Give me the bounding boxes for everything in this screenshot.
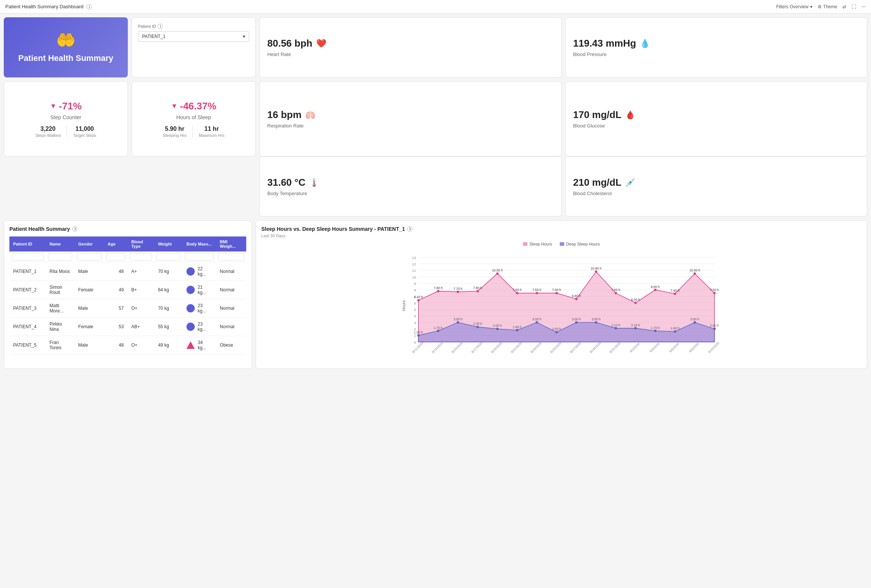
svg-text:7.80 h: 7.80 h bbox=[473, 286, 482, 290]
blood-pressure-value: 119.43 mmHg 💧 bbox=[573, 38, 860, 49]
svg-text:5: 5 bbox=[414, 308, 416, 312]
blood-pressure-card: 119.43 mmHg 💧 Blood Pressure bbox=[565, 17, 868, 77]
third-row: 31.60 °C 🌡️ Body Temperature 210 mg/dL 💉… bbox=[4, 156, 867, 217]
svg-text:13: 13 bbox=[412, 256, 416, 260]
filter-patient-id[interactable] bbox=[12, 253, 44, 261]
svg-text:6.40 h: 6.40 h bbox=[414, 295, 423, 299]
respiration-value: 16 bpm 🫁 bbox=[267, 109, 554, 121]
svg-point-57 bbox=[694, 272, 696, 274]
lungs-icon: 🫁 bbox=[305, 110, 315, 120]
cell-name: Fran Tonini bbox=[46, 336, 74, 355]
theme-button[interactable]: ⚙ Theme bbox=[818, 4, 837, 9]
cell-gender: Female bbox=[74, 318, 104, 336]
share-icon: ⇄ bbox=[842, 4, 846, 9]
sleep-details: 5.90 hr Sleeping Hrs 11 hr Maximum Hrs bbox=[139, 126, 248, 138]
svg-point-37 bbox=[496, 272, 498, 274]
temperature-value: 31.60 °C 🌡️ bbox=[267, 177, 554, 188]
blood-pressure-label: Blood Pressure bbox=[573, 52, 860, 57]
heart-rate-card: 80.56 bph ❤️ Heart Rate bbox=[259, 17, 562, 77]
svg-text:8/19/2020: 8/19/2020 bbox=[490, 341, 503, 354]
chart-title: Sleep Hours vs. Deep Sleep Hours Summary… bbox=[261, 226, 862, 232]
dashboard-title: Patient Health Summary Dashboard bbox=[5, 4, 83, 9]
step-counter-card: ▼ -71% Step Counter 3,220 Steps Walked 1… bbox=[4, 81, 128, 156]
col-name: Name bbox=[46, 236, 74, 252]
cell-gender: Male bbox=[74, 262, 104, 281]
svg-text:8/27/2020: 8/27/2020 bbox=[569, 341, 582, 354]
svg-point-33 bbox=[457, 291, 459, 293]
svg-point-45 bbox=[575, 298, 577, 300]
legend-deep-label: Deep Sleep Hours bbox=[566, 242, 600, 246]
filter-bmi-val[interactable] bbox=[185, 253, 214, 261]
chevron-down-icon: ▾ bbox=[810, 4, 812, 9]
svg-text:1: 1 bbox=[414, 333, 416, 338]
svg-text:12: 12 bbox=[412, 262, 416, 266]
table-title: Patient Health Summary ℹ bbox=[9, 226, 246, 232]
bmi-triangle-icon bbox=[186, 341, 195, 349]
cholesterol-card: 210 mg/dL 💉 Blood Cholesterol bbox=[565, 156, 868, 217]
svg-point-77 bbox=[575, 321, 577, 323]
bmi-dot-icon bbox=[186, 323, 195, 331]
chart-container: 012345678910111213Hours6.40 h7.80 h7.70 … bbox=[261, 249, 862, 363]
cell-bmi-val: 21 kg... bbox=[183, 281, 216, 299]
table-header-row: Patient ID Name Gender Age Blood Type We… bbox=[9, 236, 246, 252]
temperature-label: Body Temperature bbox=[267, 191, 554, 196]
patientid-select[interactable]: PATIENT_1 ▾ bbox=[138, 31, 249, 42]
cell-blood: A+ bbox=[127, 262, 154, 281]
cell-gender: Male bbox=[74, 336, 104, 355]
bottom-row: Patient Health Summary ℹ Patient ID Name… bbox=[4, 220, 867, 369]
more-button[interactable]: ⋯ bbox=[861, 4, 866, 9]
svg-text:1.80 h: 1.80 h bbox=[513, 325, 522, 329]
svg-point-81 bbox=[615, 327, 617, 329]
svg-point-65 bbox=[457, 321, 459, 323]
fullscreen-button[interactable]: ⛶ bbox=[851, 4, 856, 9]
svg-point-71 bbox=[516, 329, 518, 331]
svg-text:9/4/2020: 9/4/2020 bbox=[649, 342, 660, 353]
col-bmi-type: BMI Weigh... bbox=[216, 236, 246, 252]
sleep-color-swatch bbox=[523, 242, 527, 246]
svg-text:9/2/2020: 9/2/2020 bbox=[629, 342, 641, 353]
cholesterol-icon: 💉 bbox=[625, 178, 635, 188]
svg-text:10.50 h: 10.50 h bbox=[492, 268, 503, 272]
svg-text:6.00 h: 6.00 h bbox=[631, 298, 640, 302]
filter-name[interactable] bbox=[48, 253, 72, 261]
step-change: ▼ -71% bbox=[50, 100, 82, 112]
svg-point-83 bbox=[634, 327, 636, 329]
hero-card: 🤲 Patient Health Summary bbox=[4, 17, 128, 77]
thermometer-icon: 🌡️ bbox=[309, 178, 319, 188]
svg-point-59 bbox=[713, 292, 715, 294]
filter-bmi-type[interactable] bbox=[218, 253, 244, 261]
svg-text:3.00 h: 3.00 h bbox=[453, 317, 462, 321]
table-info-icon[interactable]: ℹ bbox=[72, 226, 77, 232]
filter-gender[interactable] bbox=[77, 253, 101, 261]
svg-point-41 bbox=[536, 292, 538, 294]
svg-point-75 bbox=[555, 331, 557, 333]
filter-weight[interactable] bbox=[156, 253, 180, 261]
filter-blood[interactable] bbox=[130, 253, 152, 261]
col-bmi-val: Body Mass... bbox=[183, 236, 216, 252]
patient-table: Patient ID Name Gender Age Blood Type We… bbox=[9, 236, 246, 355]
cell-bmi-val: 22 kg... bbox=[183, 262, 216, 280]
svg-text:Hours: Hours bbox=[401, 300, 406, 311]
svg-text:2.30 h: 2.30 h bbox=[473, 322, 482, 326]
svg-text:7.70 h: 7.70 h bbox=[453, 287, 462, 291]
chart-info-icon[interactable]: ℹ bbox=[407, 226, 412, 232]
cell-weight: 70 kg bbox=[154, 299, 183, 318]
col-patient-id: Patient ID bbox=[9, 236, 46, 252]
respiration-label: Respiration Rate bbox=[267, 123, 554, 129]
svg-point-31 bbox=[437, 290, 439, 292]
share-button[interactable]: ⇄ bbox=[842, 4, 846, 9]
top-row: 🤲 Patient Health Summary Patient ID ℹ PA… bbox=[4, 17, 867, 77]
cell-bmi-type: Normal bbox=[216, 318, 246, 336]
svg-text:3.00 h: 3.00 h bbox=[532, 317, 541, 321]
patientid-info-icon[interactable]: ℹ bbox=[158, 24, 163, 29]
svg-text:7.50 h: 7.50 h bbox=[552, 288, 561, 292]
glucose-label: Blood Glucose bbox=[573, 123, 860, 129]
cell-blood: AB+ bbox=[127, 318, 154, 336]
deep-color-swatch bbox=[560, 242, 564, 246]
filter-age[interactable] bbox=[106, 253, 126, 261]
info-icon[interactable]: ℹ bbox=[86, 4, 92, 9]
svg-text:1.70 h: 1.70 h bbox=[434, 326, 443, 330]
cell-blood: B+ bbox=[127, 281, 154, 299]
filters-overview-button[interactable]: Filters Overview ▾ bbox=[776, 4, 812, 9]
cell-weight: 70 kg bbox=[154, 262, 183, 281]
